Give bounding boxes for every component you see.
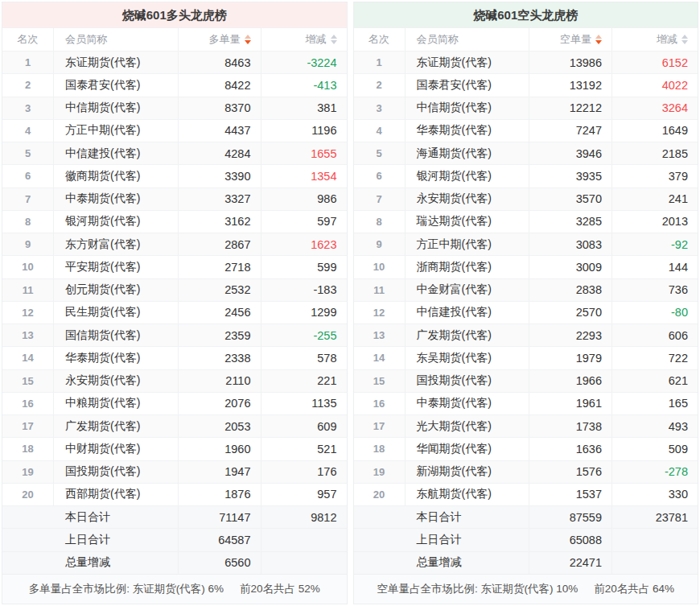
summary-label: 上日合计 [54,529,179,550]
summary-row: 总量增减 22471 [354,551,698,574]
volume-cell: 4437 [179,120,261,142]
summary-rank-spacer [354,529,406,550]
table-row: 8 瑞达期货(代客) 3285 2013 [354,210,698,233]
table-row: 3 中信期货(代客) 12212 3264 [354,97,698,119]
summary-rank-spacer [354,506,406,528]
summary-change: 9812 [261,506,347,528]
change-cell: 330 [612,484,698,505]
member-cell: 永安期货(代客) [54,370,179,392]
summary-row: 本日合计 87559 23781 [354,505,698,528]
table-row: 1 东证期货(代客) 13986 6152 [354,51,698,73]
volume-cell: 3083 [529,233,612,255]
member-cell: 东证期货(代客) [406,52,530,73]
member-cell: 广发期货(代客) [406,324,530,346]
col-header-change-label: 增减 [657,32,677,47]
volume-cell: 3009 [529,256,612,278]
member-cell: 国信期货(代客) [54,324,179,346]
change-cell: 144 [612,256,698,278]
col-header-change[interactable]: 增减 [261,28,347,51]
rank-cell: 2 [2,74,54,96]
volume-cell: 8463 [179,52,261,73]
member-cell: 中金财富(代客) [406,279,530,301]
rank-cell: 5 [2,142,54,164]
member-cell: 光大期货(代客) [406,415,530,437]
table-row: 4 华泰期货(代客) 7247 1649 [354,119,698,142]
table-row: 12 民生期货(代客) 2456 1299 [2,301,347,324]
volume-cell: 2053 [179,415,261,437]
member-cell: 东吴期货(代客) [406,347,530,369]
volume-cell: 7247 [529,120,612,142]
rank-cell: 9 [2,233,54,255]
sort-desc-icon[interactable] [245,35,251,44]
rank-cell: 4 [2,120,54,142]
rank-cell: 10 [2,256,54,278]
table-row: 9 方正中期(代客) 3083 -92 [354,233,698,255]
volume-cell: 1966 [529,370,612,392]
summary-volume: 22471 [529,552,612,574]
summary-row: 上日合计 65088 [354,528,698,550]
table-row: 4 方正中期(代客) 4437 1196 [2,119,347,142]
table-row: 14 华泰期货(代客) 2338 578 [2,346,347,369]
change-cell: 957 [261,484,347,505]
col-header-volume[interactable]: 空单量 [529,28,612,51]
member-cell: 华泰期货(代客) [406,120,530,142]
volume-cell: 1537 [529,484,612,505]
rank-cell: 13 [2,324,54,346]
volume-cell: 2293 [529,324,612,346]
rank-cell: 17 [2,415,54,437]
change-cell: 2013 [612,211,698,233]
sort-desc-icon[interactable] [595,35,602,44]
member-cell: 中信期货(代客) [54,97,179,119]
member-cell: 银河期货(代客) [54,211,179,233]
rank-cell: 10 [354,256,406,278]
volume-cell: 1947 [179,461,261,483]
rank-cell: 1 [354,52,406,73]
col-header-volume[interactable]: 多单量 [179,28,261,51]
volume-cell: 3285 [529,211,612,233]
change-cell: 1649 [612,120,698,142]
table-row: 2 国泰君安(代客) 13192 4022 [354,73,698,96]
table-row: 13 广发期货(代客) 2293 606 [354,324,698,346]
summary-row: 本日合计 71147 9812 [2,505,347,528]
change-cell: 609 [261,415,347,437]
sort-icon[interactable] [681,35,688,44]
volume-cell: 2532 [179,279,261,301]
sort-icon[interactable] [331,35,337,44]
table-row: 2 国泰君安(代客) 8422 -413 [2,73,347,96]
rank-cell: 19 [2,461,54,483]
change-cell: 521 [261,438,347,460]
rank-cell: 16 [354,393,406,414]
change-cell: 578 [261,347,347,369]
volume-cell: 1979 [529,347,612,369]
col-header-member: 会员简称 [406,28,530,51]
volume-cell: 2838 [529,279,612,301]
table-row: 18 华闻期货(代客) 1636 509 [354,437,698,460]
table-row: 18 中财期货(代客) 1960 521 [2,437,347,460]
volume-cell: 13192 [529,74,612,96]
volume-cell: 1876 [179,484,261,505]
member-cell: 广发期货(代客) [54,415,179,437]
rank-cell: 13 [354,324,406,346]
volume-cell: 2456 [179,302,261,324]
table-row: 13 国信期货(代客) 2359 -255 [2,324,347,346]
change-cell: -255 [261,324,347,346]
volume-cell: 1636 [529,438,612,460]
volume-cell: 12212 [529,97,612,119]
table-row: 15 永安期货(代客) 2110 221 [2,369,347,392]
change-cell: 599 [261,256,347,278]
table-row: 17 广发期货(代客) 2053 609 [2,414,347,437]
summary-rank-spacer [2,506,54,528]
table-row: 20 东航期货(代客) 1537 330 [354,483,698,505]
col-header-rank: 名次 [354,28,406,51]
col-header-change[interactable]: 增减 [612,28,698,51]
table-row: 7 中泰期货(代客) 3327 986 [2,188,347,210]
volume-cell: 2867 [179,233,261,255]
rank-cell: 18 [2,438,54,460]
summary-rank-spacer [354,552,406,574]
change-cell: 621 [612,370,698,392]
col-header-rank: 名次 [2,28,54,51]
table-row: 11 中金财富(代客) 2838 736 [354,278,698,301]
change-cell: 606 [612,324,698,346]
summary-change [261,529,347,550]
summary-change [612,552,698,574]
